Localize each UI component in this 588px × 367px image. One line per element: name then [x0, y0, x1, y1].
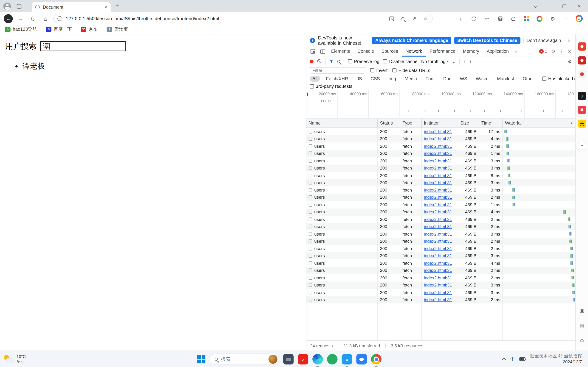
initiator-link[interactable]: index2.html:31 [424, 202, 452, 207]
initiator-link[interactable]: index2.html:31 [424, 283, 452, 287]
music-app-icon[interactable]: ♪ [298, 354, 308, 365]
initiator-link[interactable]: index2.html:31 [424, 290, 452, 295]
devtools-tab-application[interactable]: Application [483, 46, 513, 57]
apps-grid-icon[interactable] [523, 15, 530, 23]
taskbar-clock[interactable]: 掘金技术社区 @ 坐镇指挥 2024/12/7 [530, 353, 582, 365]
network-row[interactable]: users 200 fetch index2.html:31 469 B 2 m… [306, 194, 575, 201]
initiator-link[interactable]: index2.html:31 [424, 239, 452, 244]
filter-funnel-icon[interactable] [329, 59, 334, 63]
initiator-link[interactable]: index2.html:31 [424, 253, 452, 258]
network-row[interactable]: users 200 fetch index2.html:31 469 B 4 m… [306, 208, 575, 216]
refresh-button[interactable] [28, 14, 37, 23]
clear-network-log-icon[interactable] [317, 59, 321, 63]
column-header-time[interactable]: Time [479, 119, 503, 127]
initiator-link[interactable]: index2.html:31 [424, 298, 452, 302]
live-camera-icon[interactable] [578, 106, 586, 114]
type-filter-manifest[interactable]: Manifest [494, 75, 517, 81]
import-har-icon[interactable]: ↑ [463, 59, 466, 64]
third-party-requests-checkbox[interactable]: 3rd-party requests [310, 84, 352, 89]
type-filter-all[interactable]: All [310, 75, 320, 81]
sidebar-panel-icon[interactable]: ▤ [578, 321, 586, 330]
bookmark-item[interactable]: JD 京东 [81, 26, 98, 33]
network-overview[interactable]: 20000 ms40000 ms60000 ms80000 ms100000 m… [306, 90, 575, 119]
column-header-size[interactable]: Size [458, 119, 479, 127]
initiator-link[interactable]: index2.html:31 [424, 166, 452, 170]
devtools-tab-console[interactable]: Console [354, 46, 378, 57]
network-row[interactable]: users 200 fetch index2.html:31 469 B 2 m… [306, 216, 575, 223]
network-row[interactable]: users 200 fetch index2.html:31 469 B 2 m… [306, 296, 575, 303]
back-button[interactable]: ← [4, 14, 13, 23]
record-network-log-icon[interactable] [310, 59, 313, 63]
export-har-icon[interactable]: ↓ [469, 59, 472, 64]
taskbar-weather-widget[interactable]: 10°C 多云 [4, 355, 26, 364]
initiator-link[interactable]: index2.html:31 [424, 181, 452, 185]
network-row[interactable]: users 200 fetch index2.html:31 469 B 2 m… [306, 142, 575, 150]
network-conditions-icon[interactable]: ◒ [452, 59, 455, 64]
battery-icon[interactable] [519, 357, 525, 361]
devtools-close-icon[interactable]: × [568, 48, 571, 54]
initiator-link[interactable]: index2.html:31 [424, 224, 452, 229]
initiator-link[interactable]: index2.html:31 [424, 268, 452, 273]
network-row[interactable]: users 200 fetch index2.html:31 469 B 2 m… [306, 245, 575, 252]
download-icon[interactable]: ↓ [457, 15, 464, 23]
type-filter-css[interactable]: CSS [368, 75, 382, 81]
initiator-link[interactable]: index2.html:31 [424, 158, 452, 163]
file-explorer-icon[interactable] [283, 354, 294, 365]
initiator-link[interactable]: index2.html:31 [424, 136, 452, 141]
type-filter-other[interactable]: Other [520, 75, 536, 81]
initiator-link[interactable]: index2.html:31 [424, 144, 452, 148]
devtools-settings-gear-icon[interactable]: ⚙ [551, 49, 555, 54]
site-info-icon[interactable]: i [57, 16, 62, 21]
bookmark-item[interactable]: h hao123导航 [5, 26, 37, 33]
meituan-icon[interactable]: 美 [578, 119, 586, 128]
workspaces-icon[interactable] [17, 4, 22, 8]
preserve-log-checkbox[interactable]: Preserve log [348, 59, 379, 64]
column-header-status[interactable]: Status [378, 119, 400, 127]
initiator-link[interactable]: index2.html:31 [424, 188, 452, 192]
initiator-link[interactable]: index2.html:31 [424, 173, 452, 178]
red-portal-icon[interactable] [578, 42, 586, 51]
type-filter-ws[interactable]: WS [457, 75, 470, 81]
home-button[interactable]: ⌂ [41, 14, 50, 23]
network-row[interactable]: users 200 fetch index2.html:31 469 B 4 m… [306, 135, 575, 142]
banner-close-icon[interactable]: × [567, 37, 572, 44]
disable-cache-checkbox[interactable]: Disable cache [383, 59, 417, 64]
profile-avatar-icon[interactable] [3, 2, 11, 10]
tab-close-icon[interactable]: × [104, 4, 107, 10]
share-icon[interactable]: ↗ [411, 16, 417, 22]
bookmark-item[interactable]: t 爱淘宝 [107, 26, 128, 33]
type-filter-wasm[interactable]: Wasm [473, 75, 491, 81]
inspect-element-icon[interactable] [308, 47, 318, 56]
initiator-link[interactable]: index2.html:31 [424, 151, 452, 156]
green-app-icon[interactable] [327, 354, 338, 365]
initiator-link[interactable]: index2.html:31 [424, 129, 452, 134]
translate-icon[interactable]: A [389, 16, 395, 22]
network-row[interactable]: users 200 fetch index2.html:31 469 B 8 m… [306, 172, 575, 179]
type-filter-doc[interactable]: Doc [441, 75, 454, 81]
notifications-bell-icon[interactable] [510, 15, 517, 23]
always-match-language-button[interactable]: Always match Chrome's language [372, 36, 451, 44]
vscode-icon[interactable]: ‹› [342, 354, 352, 365]
sidebar-settings-icon[interactable]: ⚙ [578, 336, 586, 344]
search-network-icon[interactable] [337, 60, 340, 63]
browser-tab[interactable]: Document × [32, 2, 111, 12]
network-row[interactable]: users 200 fetch index2.html:31 469 B 3 m… [306, 165, 575, 172]
favorites-icon[interactable]: ☆ [483, 15, 491, 23]
network-row[interactable]: users 200 fetch index2.html:31 469 B 3 m… [306, 282, 575, 289]
devtools-tab-elements[interactable]: Elements [327, 46, 354, 57]
network-row[interactable]: users 200 fetch index2.html:31 469 B 17 … [306, 128, 575, 135]
devtools-tab-performance[interactable]: Performance [426, 46, 459, 57]
input-method-indicator[interactable]: 中 [510, 356, 515, 362]
devtools-tab-sources[interactable]: Sources [378, 46, 402, 57]
collections-icon[interactable] [496, 15, 504, 23]
initiator-link[interactable]: index2.html:31 [424, 217, 452, 222]
shop-app-icon[interactable] [578, 56, 586, 65]
initiator-link[interactable]: index2.html:31 [424, 275, 452, 280]
filter-input[interactable]: Filter [310, 67, 365, 74]
network-row[interactable]: users 200 fetch index2.html:31 469 B 2 m… [306, 223, 575, 230]
network-row[interactable]: users 200 fetch index2.html:31 469 B 3 m… [306, 230, 575, 238]
hide-data-urls-checkbox[interactable]: Hide data URLs [392, 68, 430, 73]
network-row[interactable]: users 200 fetch index2.html:31 469 B 2 m… [306, 274, 575, 282]
console-error-badge[interactable]: × 1 [539, 49, 547, 54]
invert-checkbox[interactable]: Invert [370, 68, 388, 73]
